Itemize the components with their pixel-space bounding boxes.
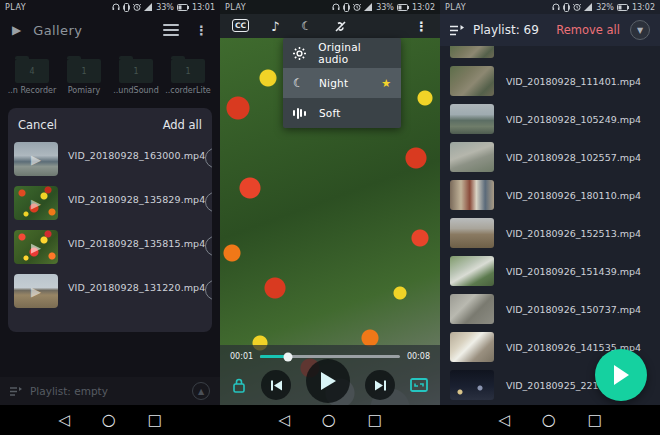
folder-icon: 4 — [15, 59, 49, 83]
playlist-item[interactable]: VID_20180928_111401.mp4 — [440, 62, 660, 100]
playlist-item[interactable]: VID_20180926_180110.mp4 — [440, 176, 660, 214]
video-filename: VID_20180926_151439.mp4 — [506, 266, 641, 277]
video-filename: VID_20180928_163000.mp4 — [68, 150, 205, 161]
signal-icon — [584, 3, 593, 11]
vibrate-icon — [563, 3, 570, 12]
video-filename: VID_20180926_150737.mp4 — [506, 304, 641, 315]
folder-item[interactable]: 1 ..undSound — [111, 55, 161, 105]
vibrate-icon — [343, 3, 350, 12]
collapse-playlist-button[interactable]: ▼ — [630, 20, 650, 40]
video-thumbnail — [450, 218, 494, 248]
playlist-item[interactable]: VID_20180926_152513.mp4 — [440, 214, 660, 252]
playlist-item[interactable]: VID_20180928_105249.mp4 — [440, 100, 660, 138]
nav-recents-button[interactable]: □ — [588, 405, 602, 435]
nav-back-button[interactable]: ◁ — [278, 405, 290, 435]
audio-mode-dropdown: Original audio ☾ Night ★ Soft — [283, 38, 401, 128]
video-filename: VID_20180926_180110.mp4 — [506, 190, 641, 201]
video-thumbnail — [450, 180, 494, 210]
status-bar: PLAY 33% 13:01 — [0, 0, 220, 14]
playlist-bottom-bar[interactable]: Playlist: empty ▲ — [0, 377, 220, 405]
add-to-playlist-button[interactable]: + — [205, 280, 212, 300]
menu-item-soft[interactable]: Soft — [283, 98, 401, 128]
video-filename: VID_20180928_135815.mp4 — [68, 238, 205, 249]
menu-item-night[interactable]: ☾ Night ★ — [283, 68, 401, 98]
night-mode-button[interactable]: ☾ — [301, 20, 312, 32]
seek-bar[interactable] — [260, 355, 400, 358]
video-thumbnail: ▶ — [14, 230, 58, 264]
playlist-status-text: Playlist: empty — [30, 385, 108, 397]
subtitles-cc-button[interactable]: CC — [232, 19, 249, 32]
folder-item[interactable]: 1 Pomiary — [59, 55, 109, 105]
play-overlay-icon: ▶ — [14, 230, 58, 264]
add-to-playlist-button[interactable]: + — [205, 148, 212, 168]
add-to-playlist-button[interactable]: + — [205, 236, 212, 256]
headset-icon — [332, 3, 340, 11]
total-time: 00:08 — [407, 352, 430, 361]
overflow-menu-icon[interactable]: ⋮ — [195, 24, 208, 37]
clock-text: 13:02 — [412, 3, 435, 12]
playlist-item[interactable]: VID_20180928_102557.mp4 — [440, 138, 660, 176]
headset-icon — [552, 3, 560, 11]
nav-home-button[interactable]: ○ — [542, 405, 556, 435]
nav-recents-button[interactable]: □ — [148, 405, 162, 435]
cancel-button[interactable]: Cancel — [18, 118, 57, 132]
lock-icon[interactable] — [232, 377, 246, 393]
folder-icon: 1 — [67, 59, 101, 83]
video-list-item[interactable]: ▶ VID_20180928_163000.mp4 + — [8, 138, 212, 182]
play-button[interactable] — [306, 359, 350, 403]
playlist-item[interactable]: VID_20180926_150737.mp4 — [440, 290, 660, 328]
audio-track-button[interactable]: ♪ — [271, 20, 279, 33]
app-logo-play-icon: ▶ — [12, 23, 21, 37]
nav-recents-button[interactable]: □ — [368, 405, 382, 435]
previous-button[interactable] — [261, 370, 291, 400]
next-button[interactable] — [365, 370, 395, 400]
folder-count: 1 — [185, 67, 190, 76]
folder-item[interactable]: 1 ..corderLite — [163, 55, 213, 105]
video-thumbnail: ▶ — [14, 142, 58, 176]
alarm-icon — [133, 3, 141, 11]
menu-item-original-audio[interactable]: Original audio — [283, 38, 401, 68]
partial-thumbnail — [450, 46, 494, 58]
video-thumbnail: ▶ — [14, 274, 58, 308]
nav-home-button[interactable]: ○ — [322, 405, 336, 435]
folder-row: 4 ..n Recorder 1 Pomiary 1 ..undSound 1 … — [0, 55, 220, 105]
android-nav-bar: ◁ ○ □ — [220, 405, 440, 435]
nav-back-button[interactable]: ◁ — [498, 405, 510, 435]
video-thumbnail — [450, 370, 494, 400]
play-all-fab[interactable] — [595, 349, 647, 401]
menu-item-label: Night — [319, 77, 348, 89]
status-left-text: PLAY — [445, 3, 466, 12]
folder-icon: 1 — [119, 59, 153, 83]
current-time: 00:01 — [230, 352, 253, 361]
overflow-menu-icon[interactable]: ⋮ — [415, 19, 428, 34]
page-title: Gallery — [33, 23, 82, 38]
nav-back-button[interactable]: ◁ — [58, 405, 70, 435]
status-bar: PLAY 32% 13:02 — [440, 0, 660, 14]
gallery-app-bar: ▶ Gallery ⋮ — [0, 14, 220, 46]
add-to-playlist-button[interactable]: + — [205, 192, 212, 212]
video-list-item[interactable]: ▶ VID_20180928_135815.mp4 + — [8, 226, 212, 270]
gear-icon — [293, 47, 308, 60]
add-all-button[interactable]: Add all — [163, 118, 202, 132]
video-list-item[interactable]: ▶ VID_20180928_131220.mp4 + — [8, 270, 212, 314]
video-selection-panel: Cancel Add all ▶ VID_20180928_163000.mp4… — [8, 108, 212, 332]
folder-item[interactable]: 4 ..n Recorder — [7, 55, 57, 105]
playlist-header: Playlist: 69 Remove all ▼ — [440, 14, 660, 46]
resize-pip-icon[interactable] — [410, 378, 428, 392]
video-list-item[interactable]: ▶ VID_20180928_135829.mp4 + — [8, 182, 212, 226]
player-controls-overlay: 00:01 00:08 — [220, 345, 440, 405]
mute-button[interactable] — [334, 20, 347, 33]
menu-hamburger-icon[interactable] — [163, 24, 179, 36]
nav-home-button[interactable]: ○ — [102, 405, 116, 435]
player-screen: PLAY 33% 13:02 CC ♪ ☾ ⋮ Original audio — [220, 0, 440, 435]
folder-label: ..undSound — [111, 86, 161, 95]
video-thumbnail — [450, 104, 494, 134]
video-thumbnail — [450, 256, 494, 286]
remove-all-button[interactable]: Remove all — [556, 23, 620, 37]
seek-thumb[interactable] — [284, 352, 293, 361]
playlist-item[interactable]: VID_20180926_151439.mp4 — [440, 252, 660, 290]
clock-text: 13:02 — [632, 3, 655, 12]
battery-percent: 32% — [596, 3, 614, 12]
video-filename: VID_20180928_135829.mp4 — [68, 194, 205, 205]
expand-playlist-button[interactable]: ▲ — [192, 382, 210, 400]
